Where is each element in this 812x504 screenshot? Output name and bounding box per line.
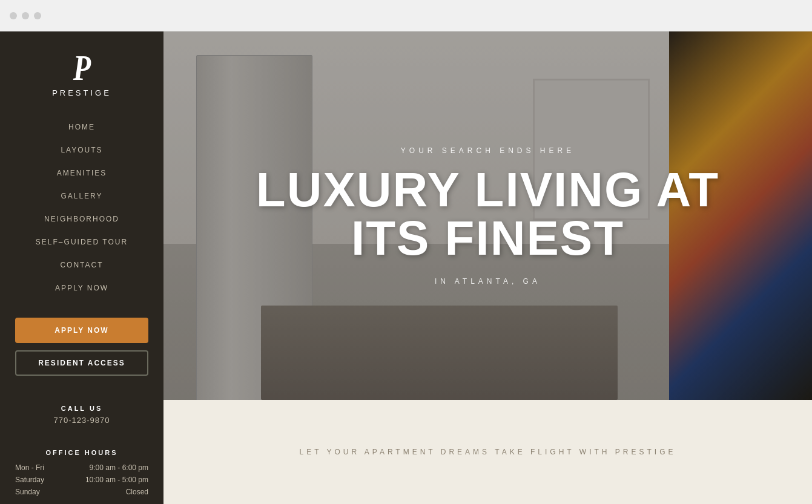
hours-day-weekday: Mon - Fri xyxy=(15,463,44,472)
hours-day-sunday: Sunday xyxy=(15,488,40,496)
hours-row-weekday: Mon - Fri 9:00 am - 6:00 pm xyxy=(15,463,148,472)
nav-menu: HOME LAYOUTS AMENITIES GALLERY NEIGHBORH… xyxy=(0,116,163,299)
resident-access-button[interactable]: RESIDENT ACCESS xyxy=(15,350,148,376)
logo-icon: P xyxy=(73,50,90,86)
hours-time-saturday: 10:00 am - 5:00 pm xyxy=(85,476,148,484)
hero-location: IN ATLANTA, GA xyxy=(435,277,541,286)
nav-item-contact[interactable]: CONTACT xyxy=(0,254,163,277)
hero-subtitle: YOUR SEARCH ENDS HERE xyxy=(401,146,575,155)
browser-chrome xyxy=(0,0,812,31)
nav-item-home[interactable]: HOME xyxy=(0,116,163,139)
logo-area: P PRESTIGE xyxy=(52,50,111,97)
hours-day-saturday: Saturday xyxy=(15,476,44,484)
phone-number[interactable]: 770-123-9870 xyxy=(54,416,110,425)
hours-row-saturday: Saturday 10:00 am - 5:00 pm xyxy=(15,476,148,484)
hours-time-weekday: 9:00 am - 6:00 pm xyxy=(90,463,148,472)
nav-item-self-guided-tour[interactable]: SELF–GUIDED TOUR xyxy=(0,231,163,254)
call-us-section: CALL US 770-123-9870 xyxy=(54,405,110,425)
office-hours-title: OFFICE HOURS xyxy=(15,449,148,456)
call-us-label: CALL US xyxy=(54,405,110,412)
office-hours-section: OFFICE HOURS Mon - Fri 9:00 am - 6:00 pm… xyxy=(15,449,148,500)
hours-row-sunday: Sunday Closed xyxy=(15,488,148,496)
hero-title: LUXURY LIVING AT ITS FINEST xyxy=(256,166,719,263)
logo-text: PRESTIGE xyxy=(52,88,111,97)
main-container: P PRESTIGE HOME LAYOUTS AMENITIES GALLER… xyxy=(0,31,812,504)
hours-time-sunday: Closed xyxy=(126,488,148,496)
hero-title-line2: ITS FINEST xyxy=(256,214,719,263)
dot-green xyxy=(34,12,41,19)
nav-item-amenities[interactable]: AMENITIES xyxy=(0,162,163,185)
nav-item-apply-now[interactable]: APPLY NOW xyxy=(0,277,163,299)
sidebar-buttons: APPLY NOW RESIDENT ACCESS xyxy=(15,318,148,376)
hero-area: YOUR SEARCH ENDS HERE LUXURY LIVING AT I… xyxy=(163,31,812,504)
dot-yellow xyxy=(22,12,29,19)
nav-item-layouts[interactable]: LAYOUTS xyxy=(0,139,163,162)
hero-tagline: LET YOUR APARTMENT DREAMS TAKE FLIGHT WI… xyxy=(300,448,676,456)
nav-item-gallery[interactable]: GALLERY xyxy=(0,185,163,208)
nav-item-neighborhood[interactable]: NEIGHBORHOOD xyxy=(0,208,163,231)
sidebar: P PRESTIGE HOME LAYOUTS AMENITIES GALLER… xyxy=(0,31,163,504)
hero-bottom: LET YOUR APARTMENT DREAMS TAKE FLIGHT WI… xyxy=(163,400,812,504)
apply-now-button[interactable]: APPLY NOW xyxy=(15,318,148,343)
browser-dots xyxy=(10,12,41,19)
hero-content: YOUR SEARCH ENDS HERE LUXURY LIVING AT I… xyxy=(163,31,812,400)
hero-title-line1: LUXURY LIVING AT xyxy=(256,166,719,214)
dot-red xyxy=(10,12,17,19)
